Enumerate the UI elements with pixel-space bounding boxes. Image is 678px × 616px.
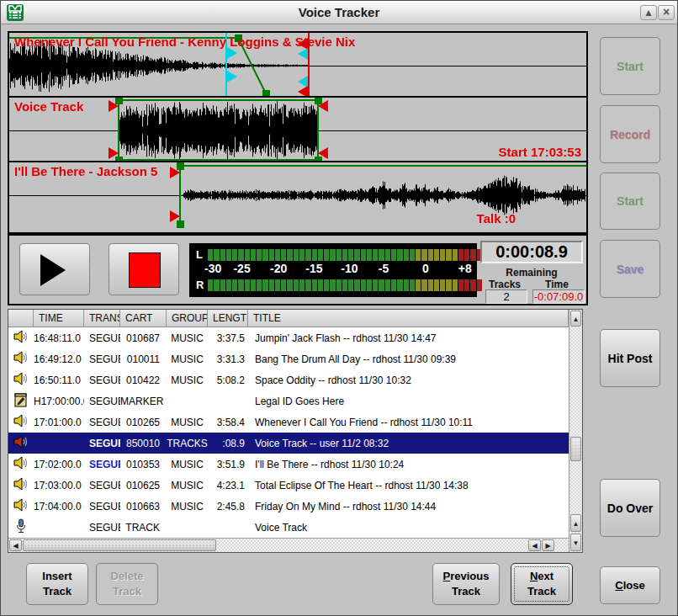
vu-segment xyxy=(336,279,342,291)
vu-segment xyxy=(220,249,225,261)
vu-segment xyxy=(245,249,250,261)
remaining-time-value: -0:07:09.0 xyxy=(532,289,585,304)
delete-track-button: DeleteTrack xyxy=(96,563,158,605)
cell-cart: 010687 xyxy=(120,332,167,344)
cell-trans: SEGUE xyxy=(84,332,120,344)
speaker-icon xyxy=(8,351,34,367)
column-header-cart[interactable]: CART xyxy=(120,310,167,327)
vu-scale-tick: -20 xyxy=(270,262,287,275)
log-row-8[interactable]: 17:03:00.0SEGUE010625MUSIC4:23.1Total Ec… xyxy=(8,475,569,496)
log-row-9[interactable]: 17:04:00.0SEGUE010663MUSIC2:45.8Friday O… xyxy=(8,496,569,517)
cell-trans: SEGUE xyxy=(84,374,120,386)
log-row-10[interactable]: SEGUETRACKVoice Track xyxy=(8,517,569,538)
vu-scale-tick: +8 xyxy=(458,262,472,275)
horizontal-scrollbar[interactable]: ◀ ◀ ▶ xyxy=(8,538,569,552)
log-row-1[interactable]: 16:48:11.0SEGUE010687MUSIC3:37.5Jumpin' … xyxy=(8,327,569,348)
vu-segment xyxy=(416,249,421,261)
close-window-button[interactable]: × xyxy=(658,5,675,20)
segue-marker[interactable] xyxy=(300,33,319,96)
vu-segment xyxy=(262,249,267,261)
voicetrack-start-marker[interactable] xyxy=(109,98,129,161)
track-1: Whenever I Call You Friend - Kenny Loggi… xyxy=(9,33,586,98)
voicetrack-end-marker[interactable] xyxy=(308,98,328,161)
vu-scale: -30-25-20-15-10-50+8 xyxy=(208,262,470,277)
vu-segment xyxy=(421,279,426,291)
next-track-button[interactable]: NextTrack xyxy=(511,563,573,605)
scroll-right-button[interactable]: ▶ xyxy=(542,539,554,551)
do-over-button[interactable]: Do Over xyxy=(600,479,660,537)
vu-segment xyxy=(385,249,390,261)
hit-post-button[interactable]: Hit Post xyxy=(600,329,660,387)
cell-cart: 010265 xyxy=(120,417,167,428)
column-header-time[interactable]: TIME xyxy=(34,310,84,327)
column-header-group[interactable]: GROUP xyxy=(167,310,208,327)
log-row-5[interactable]: 17:01:00.0SEGUE010265MUSIC3:58.4Whenever… xyxy=(8,412,569,433)
play-button[interactable] xyxy=(19,243,90,295)
vu-scale-tick: -30 xyxy=(204,262,221,275)
vu-segment xyxy=(275,249,280,261)
button-label: Close xyxy=(615,578,644,593)
vu-segment xyxy=(464,249,469,261)
scroll-left-button[interactable]: ◀ xyxy=(9,539,22,551)
scroll-up-button-2[interactable]: ▲ xyxy=(570,514,581,532)
microphone-icon xyxy=(8,518,34,536)
log-row-7[interactable]: 17:02:00.0SEGUE010353MUSIC3:51.9I'll Be … xyxy=(8,454,569,475)
cell-time: 17:04:00.0 xyxy=(34,501,84,512)
fadedown-marker[interactable] xyxy=(230,33,272,96)
log-row-2[interactable]: 16:49:12.0SEGUE010011MUSIC3:31.3Bang The… xyxy=(8,348,569,369)
scroll-up-button[interactable]: ▲ xyxy=(570,311,581,327)
column-header-trans[interactable]: TRANS xyxy=(84,310,120,327)
cell-time: H17:00:00.0 xyxy=(34,396,84,407)
log-row-3[interactable]: 16:50:11.0SEGUE010422MUSIC5:08.2Space Od… xyxy=(8,369,569,390)
log-row-4[interactable]: H17:00:00.0SEGUEMARKERLegal ID Goes Here xyxy=(8,390,569,412)
talk-time-label: Talk :0 xyxy=(477,211,516,226)
cell-trans: SEGUE xyxy=(84,417,120,428)
shade-window-button[interactable]: ▲ xyxy=(640,5,657,20)
button-label: Track xyxy=(113,584,141,599)
stop-button[interactable] xyxy=(109,243,179,295)
transport-panel: L -30-25-20-15-10-50+8 R 0:00:08.9 Remai… xyxy=(8,234,588,305)
speaker-icon xyxy=(8,456,34,472)
scroll-down-button[interactable]: ▼ xyxy=(570,534,581,551)
button-label: Insert xyxy=(42,569,72,584)
scroll-left-button-2[interactable]: ◀ xyxy=(528,539,541,551)
vu-scale-tick: -10 xyxy=(341,262,358,275)
vu-segment xyxy=(440,279,445,291)
column-header-title[interactable]: TITLE xyxy=(248,310,569,327)
vu-segment xyxy=(262,279,267,291)
insert-track-button[interactable]: InsertTrack xyxy=(26,563,88,605)
vu-segment xyxy=(379,249,384,261)
column-header-icon[interactable] xyxy=(8,310,34,327)
cell-title: Voice Track xyxy=(248,522,569,534)
log-row-6[interactable]: SEGUE850010TRACKS:08.9Voice Track -- use… xyxy=(8,433,569,454)
track-2: Voice Track Start 17:03:53 xyxy=(9,98,586,162)
remaining-time-label: Time xyxy=(531,279,583,290)
waveform-panel: Whenever I Call You Friend - Kenny Loggi… xyxy=(8,31,588,234)
cell-time: 17:03:00.0 xyxy=(34,480,84,491)
vu-segment xyxy=(257,279,262,291)
horizontal-scrollbar-thumb[interactable] xyxy=(23,539,216,551)
button-label: Track xyxy=(43,584,72,599)
column-header-length[interactable]: LENGTH xyxy=(208,310,248,327)
previous-track-button[interactable]: PreviousTrack xyxy=(432,563,500,605)
cell-trans: SEGUE xyxy=(84,459,120,470)
speaker-icon xyxy=(8,477,34,493)
vu-segment xyxy=(251,249,256,261)
cell-length: 3:31.3 xyxy=(208,353,248,365)
vu-segment xyxy=(361,249,366,261)
cell-group: MUSIC xyxy=(167,459,208,470)
button-label: Track xyxy=(527,584,556,599)
close-button[interactable]: Close xyxy=(600,566,660,604)
vu-segment xyxy=(232,279,237,291)
cell-length: 3:37.5 xyxy=(208,332,248,344)
vertical-scrollbar-thumb[interactable] xyxy=(570,437,581,461)
track-start-marker[interactable] xyxy=(171,162,191,229)
cell-title: Voice Track -- user 11/2 08:32 xyxy=(248,438,569,449)
vertical-scrollbar[interactable]: ▲ ▲ ▼ xyxy=(569,310,582,552)
vu-segment xyxy=(226,279,231,291)
cell-length: 5:08.2 xyxy=(208,374,248,386)
vu-segment xyxy=(348,249,353,261)
vu-scale-tick: -15 xyxy=(305,262,322,275)
vu-segment xyxy=(446,249,451,261)
vu-segment xyxy=(324,279,329,291)
